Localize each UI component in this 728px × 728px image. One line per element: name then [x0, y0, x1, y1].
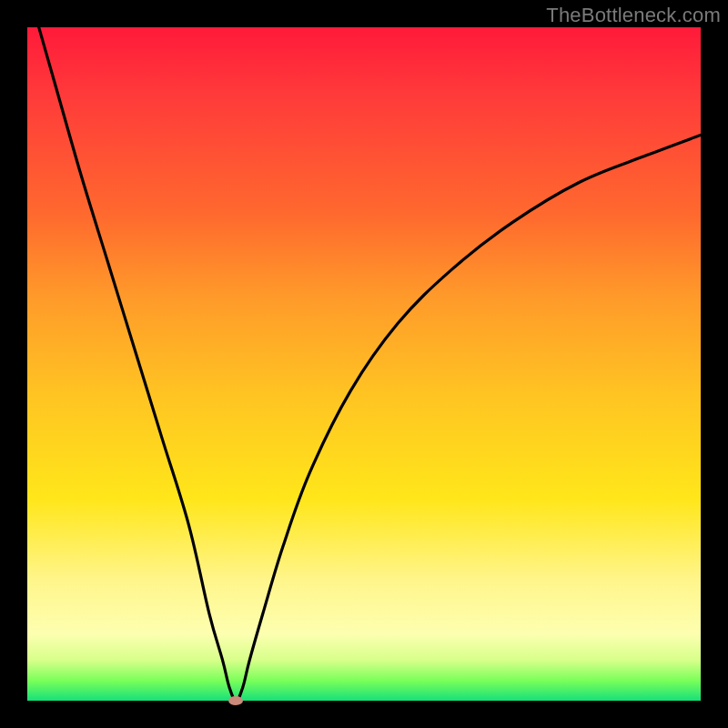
chart-frame: TheBottleneck.com — [0, 0, 728, 728]
plot-area — [27, 27, 701, 701]
bottleneck-curve — [27, 27, 701, 701]
watermark-text: TheBottleneck.com — [546, 4, 721, 27]
min-marker — [228, 696, 243, 705]
